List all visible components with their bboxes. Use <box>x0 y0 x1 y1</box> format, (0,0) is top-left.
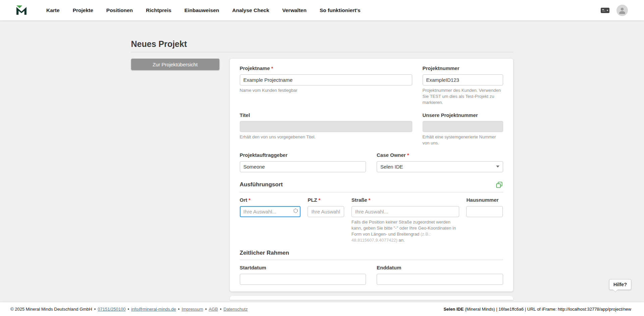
row-dates: Startdatum Enddatum <box>240 265 503 285</box>
projektnummer-input[interactable] <box>423 74 503 85</box>
section-zeitlicher-rahmen-header: Zeitlicher Rahmen <box>240 250 503 256</box>
footer-agb-link[interactable]: AGB <box>209 307 218 312</box>
help-button[interactable]: Hilfe? <box>609 279 631 290</box>
section-title-ausfuehrungsort: Ausführungsort <box>240 181 283 188</box>
project-form-card: Projektname* Name vom Kunden festlegbar … <box>230 59 513 292</box>
nav-item-richtpreis[interactable]: Richtpreis <box>146 7 171 13</box>
chevron-down-icon <box>496 166 499 168</box>
section-title-zeitlicher-rahmen: Zeitlicher Rahmen <box>240 250 289 256</box>
ort-input[interactable] <box>240 206 301 217</box>
startdatum-label: Startdatum <box>240 265 366 271</box>
required-asterisk: * <box>319 197 321 203</box>
session-info: Selen IDE (Mineral Minds) | 16fae1ffc6a6… <box>443 307 631 312</box>
help-label: Hilfe? <box>613 282 627 287</box>
user-avatar[interactable] <box>616 5 628 16</box>
device-icon[interactable] <box>600 7 610 14</box>
mineral-minds-logo-icon <box>15 3 28 17</box>
nav-item-positionen[interactable]: Positionen <box>106 7 133 13</box>
required-asterisk: * <box>249 197 251 203</box>
footer: © 2025 Mineral Minds Deutschland GmbH • … <box>0 302 644 316</box>
brand-logo[interactable] <box>15 3 28 17</box>
footer-impressum-link[interactable]: Impressum <box>181 307 203 312</box>
case-owner-label: Case Owner* <box>377 152 503 159</box>
plz-input[interactable] <box>308 206 344 217</box>
next-section-card-peek <box>230 296 513 300</box>
main-nav: Karte Projekte Positionen Richtpreis Ein… <box>46 7 361 13</box>
row-ausfuehrungsort-fields: Ort* PLZ* <box>240 197 503 243</box>
row-projektname-projektnummer: Projektname* Name vom Kunden festlegbar … <box>240 65 503 106</box>
hausnummer-label: Hausnummer <box>466 197 503 203</box>
startdatum-input[interactable] <box>240 274 366 285</box>
nav-item-projekte[interactable]: Projekte <box>73 7 93 13</box>
unsere-projektnummer-input <box>423 121 503 132</box>
nav-item-karte[interactable]: Karte <box>46 7 60 13</box>
row-titel-unsere-projektnummer: Titel Erhält den von uns vorgegebenen Ti… <box>240 112 503 146</box>
plz-label: PLZ* <box>308 197 344 203</box>
enddatum-input[interactable] <box>377 274 503 285</box>
nav-item-verwalten[interactable]: Verwalten <box>282 7 307 13</box>
required-asterisk: * <box>407 152 409 158</box>
footer-phone-link[interactable]: 07151/250100 <box>98 307 125 312</box>
case-owner-value: Selen IDE <box>380 164 403 170</box>
nav-item-analyse-check[interactable]: Analyse Check <box>232 7 269 13</box>
strasse-label: Straße* <box>352 197 459 203</box>
projektname-label: Projektname* <box>240 65 412 72</box>
unsere-projektnummer-helper: Erhält eine systemgenerierte Nummer von … <box>423 134 503 146</box>
unsere-projektnummer-label: Unsere Projektnummer <box>423 112 503 119</box>
loading-spinner-icon <box>293 208 298 215</box>
case-owner-select[interactable]: Selen IDE <box>377 161 503 172</box>
section-divider <box>240 192 503 192</box>
nav-item-einbauweisen[interactable]: Einbauweisen <box>184 7 219 13</box>
footer-datenschutz-link[interactable]: Datenschutz <box>223 307 248 312</box>
required-asterisk: * <box>369 197 371 203</box>
left-column: Zur Projektübersicht <box>131 59 219 70</box>
copyright-text: © 2025 Mineral Minds Deutschland GmbH <box>10 307 92 312</box>
required-asterisk: * <box>271 65 273 71</box>
projektnummer-helper: Projektnummer des Kunden. Verwenden Sie … <box>423 87 503 106</box>
ort-label: Ort* <box>240 197 301 203</box>
person-icon <box>618 6 627 16</box>
main-content: Neues Projekt Zur Projektübersicht Proje… <box>131 20 513 300</box>
titel-input <box>240 121 412 132</box>
strasse-helper: Falls die Position keiner Straße zugeord… <box>352 219 459 243</box>
copy-icon[interactable] <box>495 181 503 189</box>
projektname-input[interactable] <box>240 74 412 85</box>
nav-item-so-funktionierts[interactable]: So funktioniert's <box>320 7 361 13</box>
projektnummer-label: Projektnummer <box>423 65 503 72</box>
footer-email-link[interactable]: info@mineral-minds.de <box>131 307 176 312</box>
page-title: Neues Projekt <box>131 39 513 49</box>
back-to-projects-button[interactable]: Zur Projektübersicht <box>131 59 219 70</box>
enddatum-label: Enddatum <box>377 265 503 271</box>
row-auftraggeber-caseowner: Projektauftraggeber Case Owner* Selen ID… <box>240 152 503 172</box>
projektname-helper: Name vom Kunden festlegbar <box>240 87 412 93</box>
titel-label: Titel <box>240 112 412 119</box>
title-divider <box>131 52 513 52</box>
section-divider <box>240 260 503 260</box>
titel-helper: Erhält den von uns vorgegebenen Titel. <box>240 134 412 140</box>
section-ausfuehrungsort-header: Ausführungsort <box>240 181 503 189</box>
hausnummer-input[interactable] <box>466 206 503 217</box>
projektauftraggeber-label: Projektauftraggeber <box>240 152 366 159</box>
projektauftraggeber-input[interactable] <box>240 161 366 172</box>
strasse-input[interactable] <box>352 206 459 217</box>
top-navbar: Karte Projekte Positionen Richtpreis Ein… <box>0 0 644 20</box>
